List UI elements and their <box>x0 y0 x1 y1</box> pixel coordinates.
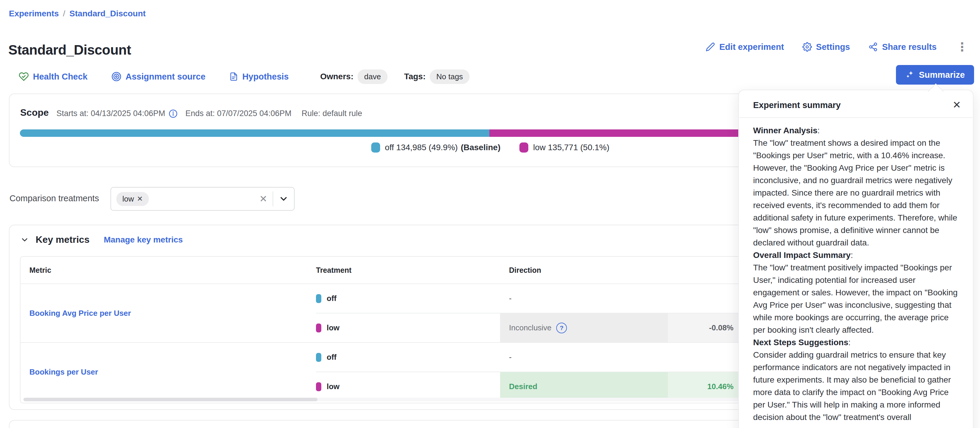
legend-item: low 135,771 (50.1%) <box>519 143 609 152</box>
comparison-treatments-select[interactable]: low ✕ ✕ <box>110 187 294 211</box>
tags-label: Tags: <box>404 72 426 81</box>
metric-link[interactable]: Bookings per User <box>29 368 98 377</box>
direction-cell: Inconclusive ? <box>500 314 668 342</box>
treatment-cell: low <box>316 372 500 401</box>
bar-segment-off <box>20 129 489 137</box>
edit-experiment-button[interactable]: Edit experiment <box>706 42 784 52</box>
health-check-link[interactable]: Health Check <box>19 71 88 82</box>
breadcrumb: Experiments / Standard_Discount <box>9 9 146 18</box>
legend-swatch <box>519 143 528 152</box>
summarize-button[interactable]: Summarize <box>896 65 974 85</box>
treatment-cell: low <box>316 314 500 342</box>
owner-pill[interactable]: dave <box>358 70 387 84</box>
manage-key-metrics-link[interactable]: Manage key metrics <box>103 235 183 244</box>
treatment-chip[interactable]: low ✕ <box>116 192 149 206</box>
hypothesis-link[interactable]: Hypothesis <box>229 71 289 82</box>
column-header-direction: Direction <box>500 266 668 274</box>
page-title: Standard_Discount <box>8 42 131 58</box>
clear-selection-icon[interactable]: ✕ <box>259 193 267 204</box>
comparison-treatments-label: Comparison treatments <box>10 193 99 203</box>
collapse-chevron-icon[interactable] <box>20 235 29 244</box>
close-icon[interactable]: ✕ <box>953 100 961 110</box>
owners-label: Owners: <box>320 72 353 81</box>
direction-cell: - <box>500 343 668 372</box>
summary-section: Winner Analysis: The "low" treatment sho… <box>753 124 959 249</box>
target-icon <box>111 71 121 82</box>
heart-check-icon <box>19 71 29 82</box>
pencil-icon <box>706 42 715 52</box>
gear-icon <box>802 42 812 52</box>
scope-starts: Starts at: 04/13/2025 04:06PM <box>56 109 165 118</box>
scope-ends: Ends at: 07/07/2025 04:06PM <box>185 109 291 118</box>
legend-swatch <box>371 143 380 152</box>
chevron-down-icon[interactable] <box>278 194 289 204</box>
sparkles-icon <box>905 70 915 79</box>
tags-group: Tags: No tags <box>404 70 469 84</box>
experiment-summary-panel: Experiment summary ✕ Winner Analysis: Th… <box>738 90 974 428</box>
help-icon[interactable]: ? <box>556 323 567 333</box>
direction-cell: - <box>500 284 668 313</box>
direction-cell: Desired <box>500 372 668 401</box>
assignment-source-link[interactable]: Assignment source <box>111 71 205 82</box>
column-header-treatment: Treatment <box>316 266 500 274</box>
experiment-meta-row: Health Check Assignment source Hypothesi… <box>19 68 469 86</box>
document-icon <box>229 71 238 82</box>
settings-button[interactable]: Settings <box>802 42 850 52</box>
summary-section: Overall Impact Summary: The "low" treatm… <box>753 249 959 336</box>
select-divider <box>273 192 273 206</box>
summary-section: Next Steps Suggestions: Consider adding … <box>753 336 959 423</box>
share-icon <box>868 42 878 52</box>
treatment-swatch <box>316 323 321 333</box>
tags-pill[interactable]: No tags <box>430 70 469 84</box>
treatment-cell: off <box>316 284 500 313</box>
share-results-button[interactable]: Share results <box>868 42 937 52</box>
more-options-kebab-icon[interactable]: ⋮ <box>955 41 969 53</box>
scrollbar-thumb[interactable] <box>24 398 317 401</box>
scope-rule: Rule: default rule <box>302 109 362 118</box>
key-metrics-title: Key metrics <box>36 234 89 245</box>
summary-panel-title: Experiment summary <box>753 100 960 110</box>
scope-title: Scope <box>20 107 49 118</box>
breadcrumb-experiments[interactable]: Experiments <box>9 9 59 18</box>
treatment-swatch <box>316 353 321 362</box>
owners-group: Owners: dave <box>320 70 387 84</box>
breadcrumb-separator: / <box>63 9 65 18</box>
treatment-swatch <box>316 294 321 303</box>
treatment-swatch <box>316 382 321 391</box>
metric-cell: Bookings per User <box>21 343 316 401</box>
info-icon[interactable] <box>169 109 178 118</box>
scope-meta: Starts at: 04/13/2025 04:06PM Ends at: 0… <box>56 109 362 118</box>
header-actions: Edit experiment Settings Share results ⋮ <box>706 41 969 53</box>
breadcrumb-current[interactable]: Standard_Discount <box>70 9 146 18</box>
metric-cell: Booking Avg Price per User <box>21 284 316 342</box>
column-header-metric: Metric <box>21 266 316 274</box>
experiment-page: Experiments / Standard_Discount Standard… <box>0 0 980 428</box>
metric-link[interactable]: Booking Avg Price per User <box>29 309 131 318</box>
remove-chip-icon[interactable]: ✕ <box>137 195 143 203</box>
treatment-cell: off <box>316 343 500 372</box>
legend-item: off 134,985 (49.9%) (Baseline) <box>371 143 500 152</box>
